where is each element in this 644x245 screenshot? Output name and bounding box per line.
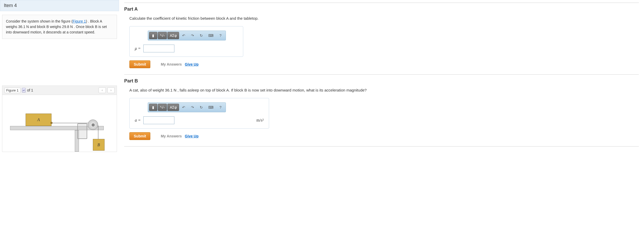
- part-a-give-up[interactable]: Give Up: [185, 62, 198, 66]
- part-a-prompt: Calculate the coefficient of kinetic fri…: [129, 16, 639, 21]
- figure-link[interactable]: Figure 1: [73, 19, 86, 23]
- part-b-units: m/s²: [256, 118, 264, 123]
- templates-button[interactable]: x√▫: [158, 104, 167, 111]
- equation-toolbar-b: ▮ x√▫ ΑΣφ ↶ ↷ ↻ ⌨ ?: [148, 102, 226, 112]
- greek-button[interactable]: ΑΣφ: [167, 32, 179, 39]
- part-b-prompt: A cat, also of weight 36.1 N , falls asl…: [129, 87, 639, 93]
- part-b-submit-button[interactable]: Submit: [129, 132, 150, 140]
- item-header: Item 4: [0, 0, 119, 11]
- part-b-variable: a =: [135, 118, 141, 123]
- format-button[interactable]: ▮: [149, 32, 157, 39]
- figure-toolbar: Figure 1 ▴▾ of 1 ‹ ›: [2, 86, 117, 95]
- format-button[interactable]: ▮: [149, 104, 157, 111]
- figure-next-button[interactable]: ›: [107, 87, 115, 93]
- part-b-label: Part B: [124, 78, 639, 84]
- part-a-label: Part A: [124, 6, 639, 12]
- help-button[interactable]: ?: [216, 104, 225, 111]
- part-a-input[interactable]: [143, 45, 174, 52]
- problem-text-pre: Consider the system shown in the figure …: [6, 19, 73, 23]
- figure-count: of 1: [27, 88, 33, 92]
- redo-button[interactable]: ↷: [188, 104, 197, 111]
- part-a-my-answers[interactable]: My Answers: [161, 62, 182, 66]
- help-button[interactable]: ?: [216, 32, 225, 39]
- part-a-answer-box: ▮ x√x√▫ ΑΣφ ↶ ↷ ↻ ⌨ ? μ =: [129, 26, 243, 57]
- templates-button[interactable]: x√x√▫: [158, 32, 167, 39]
- figure-prev-button[interactable]: ‹: [99, 87, 106, 93]
- equation-toolbar-a: ▮ x√x√▫ ΑΣφ ↶ ↷ ↻ ⌨ ?: [148, 31, 226, 40]
- keyboard-button[interactable]: ⌨: [206, 32, 216, 39]
- part-b-answer-box: ▮ x√▫ ΑΣφ ↶ ↷ ↻ ⌨ ? a = m/s²: [129, 98, 269, 129]
- keyboard-button[interactable]: ⌨: [206, 104, 216, 111]
- reset-button[interactable]: ↻: [197, 104, 205, 111]
- part-a-variable: μ =: [135, 46, 141, 51]
- part-b-my-answers[interactable]: My Answers: [161, 134, 182, 138]
- undo-button[interactable]: ↶: [180, 32, 188, 39]
- greek-button[interactable]: ΑΣφ: [167, 104, 179, 111]
- redo-button[interactable]: ↷: [188, 32, 197, 39]
- block-b: B: [93, 139, 105, 151]
- part-b-input[interactable]: [143, 116, 174, 124]
- figure-stepper[interactable]: ▴▾: [22, 88, 26, 93]
- part-b-give-up[interactable]: Give Up: [185, 134, 198, 138]
- pulley-icon: [88, 120, 98, 130]
- figure-diagram: A B: [2, 95, 117, 152]
- block-a: A: [26, 114, 51, 126]
- undo-button[interactable]: ↶: [180, 104, 188, 111]
- figure-select[interactable]: Figure 1: [4, 88, 20, 93]
- problem-statement: Consider the system shown in the figure …: [2, 15, 117, 39]
- reset-button[interactable]: ↻: [197, 32, 205, 39]
- part-a-submit-button[interactable]: Submit: [129, 60, 150, 68]
